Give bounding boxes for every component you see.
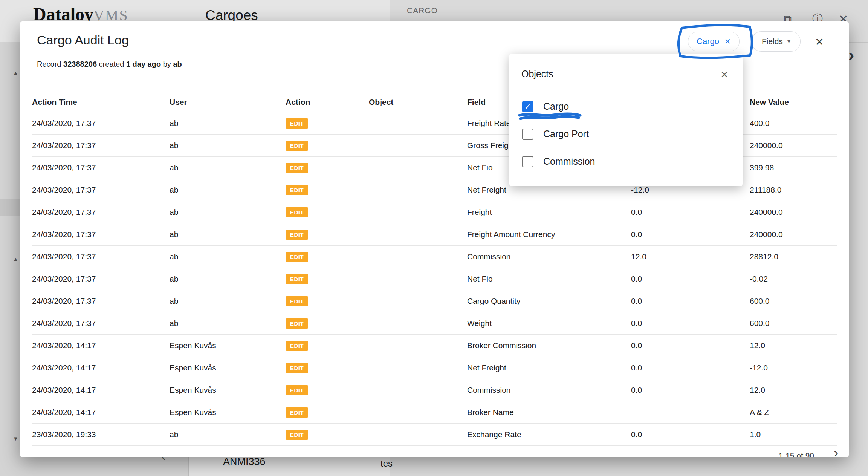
cell-old-value: 0.0	[631, 430, 750, 439]
option-label: Commission	[543, 156, 595, 167]
fields-button[interactable]: Fields ▾	[752, 31, 801, 52]
cell-field: Net Freight	[467, 185, 631, 194]
action-edit-badge: EDIT	[286, 430, 308, 440]
cell-user: ab	[170, 319, 286, 328]
cell-action: EDIT	[286, 230, 369, 240]
action-edit-badge: EDIT	[286, 274, 308, 284]
cell-field: Cargo Quantity	[467, 297, 631, 306]
cell-action-time: 24/03/2020, 17:37	[32, 119, 170, 128]
col-user: User	[170, 98, 286, 107]
option-label: Cargo	[543, 101, 569, 112]
cell-new-value: 240000.0	[750, 208, 837, 217]
objects-option-list: ✓CargoCargo PortCommission	[509, 93, 743, 175]
cell-field: Commission	[467, 252, 631, 261]
cell-action: EDIT	[286, 118, 369, 129]
next-page-icon[interactable]: ›	[834, 446, 838, 457]
pagination: 1-15 of 90 ›	[778, 445, 838, 457]
cargo-filter-chip[interactable]: Cargo ✕	[688, 32, 740, 51]
cell-user: Espen Kuvås	[170, 341, 286, 350]
cell-user: Espen Kuvås	[170, 363, 286, 372]
table-row: 24/03/2020, 17:37abEDITWeight0.0600.0	[32, 312, 837, 335]
cell-action-time: 24/03/2020, 17:37	[32, 319, 170, 328]
cell-field: Broker Commission	[467, 341, 631, 350]
cell-new-value: 28812.0	[750, 252, 837, 261]
cell-action-time: 24/03/2020, 17:37	[32, 297, 170, 306]
table-row: 24/03/2020, 14:17Espen KuvåsEDITNet Frei…	[32, 357, 837, 379]
cell-user: ab	[170, 208, 286, 217]
cell-field: Broker Name	[467, 408, 631, 417]
col-new-value: New Value	[750, 98, 837, 107]
record-summary: Record 32388206 created 1 day ago by ab	[37, 60, 182, 69]
cell-action-time: 24/03/2020, 17:37	[32, 141, 170, 150]
cell-new-value: 600.0	[750, 319, 837, 328]
action-edit-badge: EDIT	[286, 118, 308, 129]
app-root: DataloyVMS Cargoes CARGO ⧉ ⓘ ✕ › ▲ ▲ ▼ A…	[0, 0, 868, 476]
cell-action: EDIT	[286, 363, 369, 373]
cell-new-value: A & Z	[750, 408, 837, 417]
action-edit-badge: EDIT	[286, 318, 308, 329]
close-icon: ✕	[720, 69, 729, 81]
objects-option-cargo[interactable]: ✓Cargo	[509, 93, 743, 120]
action-edit-badge: EDIT	[286, 230, 308, 240]
action-edit-badge: EDIT	[286, 252, 308, 262]
objects-option-cargo-port[interactable]: Cargo Port	[509, 120, 743, 148]
option-label: Cargo Port	[543, 129, 589, 139]
cell-action: EDIT	[286, 274, 369, 284]
cell-action-time: 24/03/2020, 17:37	[32, 208, 170, 217]
table-row: 24/03/2020, 17:37abEDITFreight Amount Cu…	[32, 223, 837, 246]
cell-old-value: 0.0	[631, 274, 750, 283]
chip-remove-icon[interactable]: ✕	[724, 38, 731, 45]
action-edit-badge: EDIT	[286, 296, 308, 306]
cell-user: ab	[170, 297, 286, 306]
objects-popup-close-button[interactable]: ✕	[716, 66, 733, 83]
cell-user: ab	[170, 141, 286, 150]
fields-button-label: Fields	[762, 37, 783, 46]
action-edit-badge: EDIT	[286, 207, 308, 217]
modal-close-button[interactable]: ✕	[810, 33, 828, 51]
cell-action-time: 24/03/2020, 14:17	[32, 363, 170, 372]
cell-action: EDIT	[286, 407, 369, 418]
action-edit-badge: EDIT	[286, 141, 308, 151]
cell-action: EDIT	[286, 252, 369, 262]
cell-action: EDIT	[286, 185, 369, 195]
cell-action-time: 24/03/2020, 14:17	[32, 408, 170, 417]
by-label: by	[163, 60, 171, 68]
cell-user: Espen Kuvås	[170, 408, 286, 417]
created-label: created	[99, 60, 124, 68]
table-row: 24/03/2020, 14:17Espen KuvåsEDITBroker N…	[32, 401, 837, 424]
col-object: Object	[369, 98, 467, 107]
objects-option-commission[interactable]: Commission	[509, 148, 743, 175]
cell-old-value: 0.0	[631, 297, 750, 306]
chip-label: Cargo	[697, 37, 719, 46]
cell-old-value: -12.0	[631, 185, 750, 194]
table-row: 24/03/2020, 17:37abEDITNet Fio0.0-0.02	[32, 268, 837, 290]
cell-user: ab	[170, 119, 286, 128]
cell-action: EDIT	[286, 207, 369, 217]
checkbox-unchecked-icon[interactable]	[522, 156, 533, 167]
chevron-down-icon: ▾	[787, 38, 790, 44]
cell-field: Freight Amount Currency	[467, 230, 631, 239]
checkbox-unchecked-icon[interactable]	[522, 129, 533, 140]
cell-old-value: 0.0	[631, 230, 750, 239]
cell-user: Espen Kuvås	[170, 386, 286, 395]
col-action-time: Action Time	[32, 98, 170, 107]
cell-new-value: 600.0	[750, 297, 837, 306]
cell-action: EDIT	[286, 341, 369, 351]
cell-field: Exchange Rate	[467, 430, 631, 439]
cell-action: EDIT	[286, 296, 369, 306]
table-row: 24/03/2020, 17:37abEDITCargo Quantity0.0…	[32, 290, 837, 312]
cell-old-value: 0.0	[631, 341, 750, 350]
pagination-range-label: 1-15 of 90	[778, 451, 814, 457]
cell-user: ab	[170, 163, 286, 172]
cell-user: ab	[170, 230, 286, 239]
cell-action-time: 24/03/2020, 17:37	[32, 163, 170, 172]
objects-popup-title: Objects	[521, 69, 553, 80]
cell-action-time: 24/03/2020, 17:37	[32, 274, 170, 283]
cell-field: Freight	[467, 208, 631, 217]
table-row: 24/03/2020, 14:17Espen KuvåsEDITCommissi…	[32, 379, 837, 401]
table-row: 23/03/2020, 19:33abEDITExchange Rate0.01…	[32, 424, 837, 446]
table-row: 24/03/2020, 17:37abEDITFreight0.0240000.…	[32, 201, 837, 223]
action-edit-badge: EDIT	[286, 163, 308, 173]
checkbox-checked-icon[interactable]: ✓	[522, 101, 533, 112]
cell-old-value: 0.0	[631, 208, 750, 217]
